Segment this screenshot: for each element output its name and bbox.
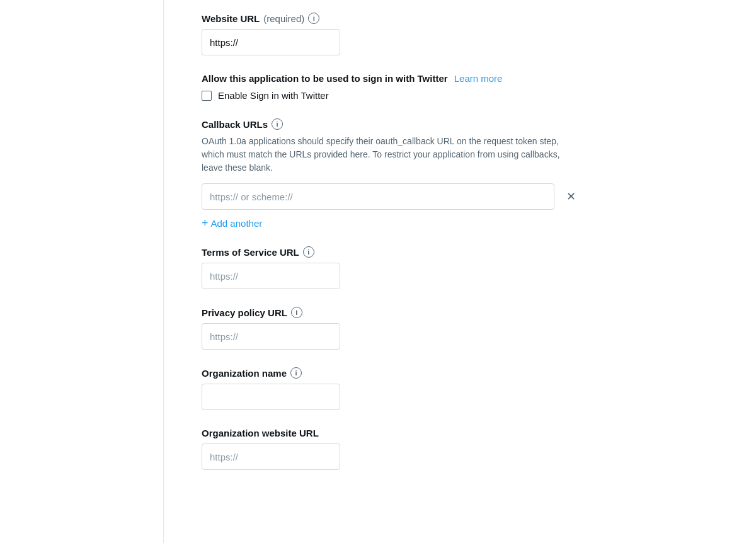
organization-name-section: Organization name i [202, 367, 693, 410]
website-url-info-icon[interactable]: i [308, 13, 319, 24]
enable-twitter-signin-checkbox[interactable] [202, 91, 212, 101]
tos-url-label: Terms of Service URL i [202, 246, 693, 258]
privacy-policy-url-section: Privacy policy URL i [202, 307, 693, 350]
organization-name-input[interactable] [202, 384, 340, 410]
organization-website-url-label-text: Organization website URL [202, 428, 319, 438]
remove-callback-url-button[interactable]: ✕ [562, 188, 580, 205]
add-another-label: Add another [211, 218, 263, 229]
tos-url-section: Terms of Service URL i [202, 246, 693, 289]
add-another-button[interactable]: + Add another [202, 217, 262, 229]
required-text: (required) [263, 13, 304, 24]
organization-website-url-label: Organization website URL [202, 428, 693, 438]
callback-url-input[interactable] [202, 183, 554, 210]
callback-description: OAuth 1.0a applications should specify t… [202, 135, 567, 174]
enable-twitter-signin-row: Enable Sign in with Twitter [202, 90, 693, 101]
left-sidebar [0, 0, 164, 543]
twitter-signin-label: Allow this application to be used to sig… [202, 73, 693, 84]
privacy-policy-url-label-text: Privacy policy URL [202, 307, 287, 318]
callback-urls-label: Callback URLs i [202, 118, 693, 130]
organization-name-info-icon[interactable]: i [290, 367, 302, 379]
callback-url-row: ✕ [202, 183, 693, 210]
callback-urls-section: Callback URLs i OAuth 1.0a applications … [202, 118, 693, 229]
callback-urls-info-icon[interactable]: i [272, 118, 283, 130]
website-url-label-text: Website URL [202, 13, 260, 24]
website-url-input[interactable] [202, 29, 340, 55]
twitter-signin-label-text: Allow this application to be used to sig… [202, 73, 448, 84]
form-content: Website URL (required) i Allow this appl… [164, 0, 731, 543]
privacy-policy-url-input[interactable] [202, 323, 340, 350]
organization-name-label: Organization name i [202, 367, 693, 379]
callback-urls-label-text: Callback URLs [202, 119, 268, 130]
tos-url-info-icon[interactable]: i [303, 246, 314, 258]
tos-url-input[interactable] [202, 263, 340, 289]
privacy-policy-url-info-icon[interactable]: i [291, 307, 302, 318]
organization-website-url-input[interactable] [202, 443, 340, 470]
privacy-policy-url-label: Privacy policy URL i [202, 307, 693, 318]
organization-website-url-section: Organization website URL [202, 428, 693, 470]
tos-url-label-text: Terms of Service URL [202, 247, 299, 258]
learn-more-link[interactable]: Learn more [454, 73, 503, 84]
add-another-plus-icon: + [202, 217, 209, 229]
enable-twitter-signin-label: Enable Sign in with Twitter [218, 90, 329, 101]
website-url-section: Website URL (required) i [202, 13, 693, 55]
website-url-label: Website URL (required) i [202, 13, 693, 24]
organization-name-label-text: Organization name [202, 368, 287, 379]
twitter-signin-section: Allow this application to be used to sig… [202, 73, 693, 101]
